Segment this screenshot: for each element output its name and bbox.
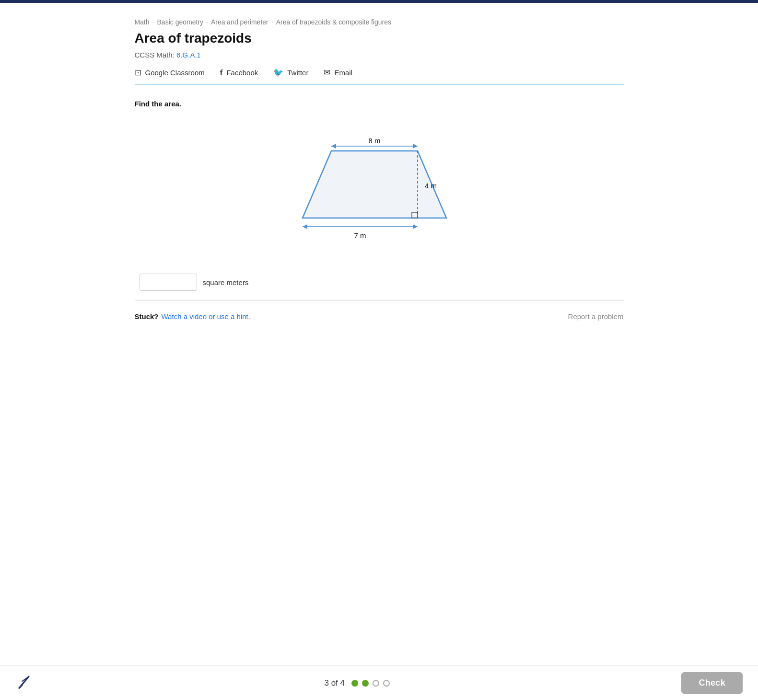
top-arrow-right <box>413 144 418 149</box>
share-bar: ⊡ Google Classroom f Facebook 🐦 Twitter … <box>135 68 624 85</box>
twitter-icon: 🐦 <box>273 68 283 78</box>
answer-row: square meters <box>135 274 624 291</box>
exercise-area: Find the area. 8 m <box>135 85 624 301</box>
share-twitter-label: Twitter <box>287 69 308 77</box>
progress-dot-1 <box>351 680 358 687</box>
svg-line-1 <box>19 685 22 688</box>
email-icon: ✉ <box>324 68 330 78</box>
bottom-arrow-left <box>303 224 307 229</box>
share-twitter[interactable]: 🐦 Twitter <box>273 68 308 78</box>
share-google-classroom[interactable]: ⊡ Google Classroom <box>135 68 205 78</box>
bottom-arrow-right <box>413 224 418 229</box>
progress-label: 3 of 4 <box>324 678 345 688</box>
stuck-label: Stuck? <box>135 312 159 321</box>
dots-row <box>351 680 390 687</box>
breadcrumb-area-perimeter: Area and perimeter <box>211 18 268 26</box>
ccss-prefix: CCSS Math: <box>135 51 175 59</box>
answer-input[interactable] <box>140 274 197 291</box>
google-classroom-icon: ⊡ <box>135 68 141 78</box>
share-facebook-label: Facebook <box>226 69 258 77</box>
figure-container: 8 m 4 m 7 m <box>135 122 624 256</box>
bottom-label: 7 m <box>354 231 366 240</box>
progress-dot-2 <box>362 680 369 687</box>
breadcrumb-sep2: · <box>206 18 208 26</box>
khan-logo <box>15 674 33 693</box>
breadcrumb-sep3: · <box>271 18 273 26</box>
progress-section: 3 of 4 <box>324 678 390 688</box>
trapezoid-svg: 8 m 4 m 7 m <box>269 122 490 256</box>
breadcrumb-sep1: · <box>152 18 154 26</box>
share-email[interactable]: ✉ Email <box>324 68 352 78</box>
breadcrumb: Math · Basic geometry · Area and perimet… <box>135 18 624 26</box>
progress-dot-3 <box>373 680 379 687</box>
share-email-label: Email <box>334 69 352 77</box>
bottom-bar: 3 of 4 Check <box>0 666 758 700</box>
share-google-classroom-label: Google Classroom <box>145 69 205 77</box>
stuck-left: Stuck? Watch a video or use a hint. <box>135 312 250 321</box>
ccss-link[interactable]: 6.G.A.1 <box>176 51 201 59</box>
report-problem-link[interactable]: Report a problem <box>568 312 624 321</box>
answer-unit: square meters <box>203 278 249 287</box>
breadcrumb-area-trapezoids: Area of trapezoids & composite figures <box>276 18 391 26</box>
check-button[interactable]: Check <box>681 672 743 694</box>
stuck-hint-link[interactable]: Watch a video or use a hint. <box>162 312 250 321</box>
share-facebook[interactable]: f Facebook <box>220 68 258 78</box>
ccss-line: CCSS Math: 6.G.A.1 <box>135 51 624 59</box>
pencil-svg <box>15 674 33 691</box>
top-arrow-left <box>331 144 336 149</box>
breadcrumb-basic-geometry: Basic geometry <box>157 18 203 26</box>
exercise-instruction: Find the area. <box>135 100 624 108</box>
top-label: 8 m <box>368 137 380 145</box>
stuck-row: Stuck? Watch a video or use a hint. Repo… <box>135 301 624 325</box>
progress-dot-4 <box>383 680 390 687</box>
breadcrumb-math: Math <box>135 18 150 26</box>
page-title: Area of trapezoids <box>135 31 624 46</box>
facebook-icon: f <box>220 68 223 78</box>
height-label: 4 m <box>425 182 437 190</box>
